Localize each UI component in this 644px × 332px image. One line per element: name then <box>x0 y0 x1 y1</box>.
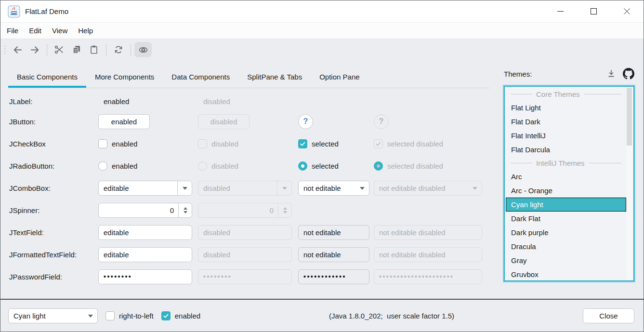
theme-gruvbox[interactable]: Gruvbox <box>506 267 626 281</box>
tab-more-components[interactable]: More Components <box>86 66 163 88</box>
control-label: selected disabled <box>387 140 443 148</box>
github-button[interactable] <box>623 68 634 80</box>
checkbox-selected-disabled[interactable]: selected disabled <box>374 139 443 148</box>
cell: disabled <box>198 247 298 262</box>
close-button[interactable]: Close <box>583 308 634 323</box>
basic-components-panel: JLabel:enableddisabledJButton:enableddis… <box>8 88 490 288</box>
cell: •••••••••••• <box>298 269 374 284</box>
combobox-value: not editable disabled <box>379 184 446 192</box>
theme-flat-light[interactable]: Flat Light <box>506 101 626 115</box>
password-field-disabled-readonly[interactable]: ••••••••••••••••••••• <box>374 269 482 284</box>
checkbox-enabled[interactable]: enabled <box>98 139 137 148</box>
cell: selected disabled <box>374 161 490 171</box>
spinner[interactable]: 0 <box>98 203 192 218</box>
theme-dark-flat[interactable]: Dark Flat <box>506 212 626 226</box>
combobox-not-editable-disabled[interactable]: not editable disabled <box>374 181 482 196</box>
cell: not editable <box>298 247 374 262</box>
menu-view[interactable]: View <box>47 23 73 39</box>
component-row-jbutton: JButton:enableddisabled?? <box>9 110 490 133</box>
combobox-disabled[interactable]: disabled <box>198 181 292 196</box>
theme-arc-orange[interactable]: Arc - Orange <box>506 184 626 198</box>
tab-basic-components[interactable]: Basic Components <box>8 66 86 88</box>
cut-button[interactable] <box>51 42 68 57</box>
paste-button[interactable] <box>85 42 103 57</box>
maximize-icon <box>590 8 597 15</box>
themes-scrollbar[interactable] <box>626 88 632 279</box>
back-button[interactable] <box>9 42 26 57</box>
radio-button-selected[interactable]: selected <box>298 161 339 171</box>
cell: ? <box>374 114 490 129</box>
menu-edit[interactable]: Edit <box>24 23 47 39</box>
back-icon <box>12 44 23 55</box>
textfield-disabled[interactable]: disabled <box>198 247 292 262</box>
close-window-button[interactable] <box>610 0 644 22</box>
radio-button-selected-disabled[interactable]: selected disabled <box>374 161 443 171</box>
textfield-editable[interactable]: editable <box>98 225 192 240</box>
help-button-disabled[interactable]: ? <box>374 114 389 129</box>
combobox-editable[interactable]: editable <box>98 181 192 196</box>
cell: 0 <box>198 203 298 218</box>
toolbar-separator <box>106 44 106 56</box>
checkbox-selected[interactable]: selected <box>298 139 339 148</box>
help-button[interactable]: ? <box>298 114 313 129</box>
component-row-jspinner: JSpinner:00 <box>9 199 490 221</box>
toolbar-grip[interactable] <box>4 46 5 54</box>
theme-flat-darcula[interactable]: Flat Darcula <box>506 143 626 157</box>
button-enabled[interactable]: enabled <box>98 114 150 129</box>
spinner-arrows <box>178 203 192 217</box>
password-field[interactable]: •••••••• <box>98 269 192 284</box>
theme-dracula[interactable]: Dracula <box>506 239 626 253</box>
textfield-editable[interactable]: editable <box>98 247 192 262</box>
theme-gray[interactable]: Gray <box>506 253 626 267</box>
textfield-not-editable-disabled[interactable]: not editable disabled <box>374 225 482 240</box>
theme-flat-intellij[interactable]: Flat IntelliJ <box>506 129 626 143</box>
scrollbar-thumb[interactable] <box>627 88 632 146</box>
tab-option-pane[interactable]: Option Pane <box>311 66 368 88</box>
download-theme-button[interactable] <box>606 68 617 79</box>
spinner-down-icon <box>184 211 187 215</box>
tab-bar: Basic ComponentsMore ComponentsData Comp… <box>8 66 490 88</box>
theme-dark-purple[interactable]: Dark purple <box>506 226 626 239</box>
cut-icon <box>54 44 65 55</box>
main-area: Basic ComponentsMore ComponentsData Comp… <box>0 60 644 299</box>
checkbox-disabled[interactable]: disabled <box>198 139 238 148</box>
menu-help[interactable]: Help <box>73 23 98 39</box>
spinner-disabled[interactable]: 0 <box>198 203 292 218</box>
combobox-not-editable[interactable]: not editable <box>298 181 369 196</box>
minimize-button[interactable] <box>544 0 577 22</box>
radio-button-enabled[interactable]: enabled <box>98 161 137 171</box>
component-row-jcheckbox: JCheckBoxenableddisabledselectedselected… <box>9 133 490 155</box>
refresh-button[interactable] <box>110 42 127 57</box>
combobox-value: not editable <box>303 184 341 192</box>
copy-button[interactable] <box>68 42 85 57</box>
chevron-down-icon <box>83 309 97 323</box>
theme-arc[interactable]: Arc <box>506 170 626 184</box>
maximize-button[interactable] <box>577 0 610 22</box>
tab-splitpane-tabs[interactable]: SplitPane & Tabs <box>238 66 311 88</box>
textfield-disabled[interactable]: disabled <box>198 225 292 240</box>
theme-combobox[interactable]: Cyan light <box>8 308 98 323</box>
right-to-left-checkbox[interactable]: right-to-left <box>105 311 154 320</box>
password-field-readonly[interactable]: •••••••••••• <box>298 269 369 284</box>
password-field-disabled[interactable]: •••••••• <box>198 269 292 284</box>
theme-flat-dark[interactable]: Flat Dark <box>506 115 626 129</box>
tab-data-components[interactable]: Data Components <box>163 66 238 88</box>
textfield-not-editable-disabled[interactable]: not editable disabled <box>374 247 482 262</box>
radio-button-disabled[interactable]: disabled <box>198 161 238 171</box>
question-mark: ? <box>379 117 384 126</box>
checkbox-box <box>298 139 307 148</box>
checkbox-box <box>374 139 383 148</box>
theme-cyan-light[interactable]: Cyan light <box>506 198 626 212</box>
control-label: selected <box>312 140 339 148</box>
forward-button[interactable] <box>26 42 43 57</box>
menu-file[interactable]: File <box>1 23 24 39</box>
control-label: disabled <box>211 162 238 170</box>
button-disabled[interactable]: disabled <box>198 114 250 129</box>
show-hidden-toggle-button[interactable] <box>134 42 152 57</box>
textfield-not-editable[interactable]: not editable <box>298 225 369 240</box>
cell: not editable <box>298 181 374 196</box>
textfield-not-editable[interactable]: not editable <box>298 247 369 262</box>
cell: selected disabled <box>374 139 490 148</box>
enabled-checkbox[interactable]: enabled <box>161 311 200 320</box>
minimize-icon <box>557 8 564 15</box>
